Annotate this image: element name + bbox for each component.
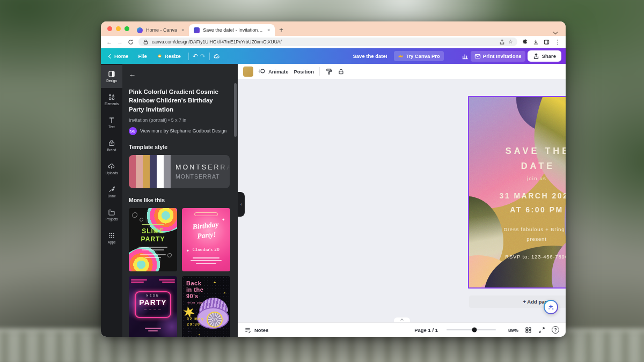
share-button[interactable]: Share [528, 50, 561, 62]
template-thumb-back-in-the-90s[interactable]: Back in the 90's retro party 02 May 20:3… [182, 276, 230, 337]
crown-icon [398, 53, 404, 59]
notes-icon [244, 327, 251, 334]
template-thumb-neon-party[interactable]: NEON PARTY — — — — [129, 276, 177, 337]
macos-traffic-lights [107, 26, 129, 31]
rail-item-uploads[interactable]: Uploads [101, 157, 122, 180]
tab-close-icon[interactable]: × [181, 27, 184, 33]
canva-assistant-button[interactable] [544, 300, 558, 314]
tab-home-canva[interactable]: Home - Canva × [132, 24, 189, 36]
grid-view-icon[interactable] [525, 327, 532, 334]
home-button[interactable]: Home [105, 51, 132, 61]
position-button[interactable]: Position [294, 69, 313, 75]
thumb-title-line: Back [186, 280, 203, 286]
canvas-column: Animate Position [238, 64, 566, 337]
notes-button[interactable]: Notes [244, 327, 268, 334]
design-panel: ← Pink Colorful Gradient Cosmic Rainbow … [122, 64, 238, 337]
rail-item-elements[interactable]: Elements [101, 88, 122, 111]
zoom-slider-handle[interactable] [472, 328, 477, 333]
tab-save-the-date[interactable]: Save the date! - Invitation (por × [189, 24, 275, 36]
fullscreen-icon[interactable] [538, 327, 545, 334]
invitation-note[interactable]: Dress fabulous + Bring a present [469, 225, 566, 244]
template-thumb-birthday-party[interactable]: Birthday Party! Claudia's 20 ✦ ✦ [182, 208, 230, 271]
rail-item-draw[interactable]: Draw [101, 180, 122, 203]
star-icon: ✦ [198, 333, 200, 336]
design-page[interactable]: SAVE THE DATE join us 31 MARCH 2025 AT 6… [469, 97, 566, 287]
doodle [167, 253, 172, 257]
author-link[interactable]: View more by Stephanie Godbout Design [140, 128, 226, 134]
download-icon[interactable] [533, 39, 539, 45]
bookmark-star-icon[interactable]: ☆ [508, 39, 513, 45]
template-style-card[interactable]: MONTSERRAT MONTSERRAT [129, 155, 230, 188]
palette-stripes [129, 155, 171, 188]
lock-icon[interactable] [338, 68, 345, 75]
rail-item-projects[interactable]: Projects [101, 203, 122, 226]
page-indicator: Page 1 / 1 [414, 327, 438, 333]
invitation-datetime[interactable]: 31 MARCH 2025 AT 6:00 PM [469, 189, 566, 217]
author-avatar[interactable]: SG [129, 127, 137, 135]
rail-item-apps[interactable]: Apps [101, 226, 122, 249]
browser-menu-kebab-icon[interactable]: ⋮ [554, 39, 560, 45]
micro-text [145, 257, 161, 258]
resize-button[interactable]: Resize [153, 51, 185, 61]
redo-icon[interactable]: ↷ [200, 53, 206, 60]
tab-search-chevron-icon[interactable] [554, 26, 558, 31]
copy-style-roller-icon[interactable] [325, 68, 332, 75]
rail-item-text[interactable]: Text [101, 111, 122, 134]
try-canva-pro-button[interactable]: Try Canva Pro [394, 51, 444, 61]
template-thumb-slime-party[interactable]: SLIME PARTY [129, 208, 177, 271]
panel-back-button[interactable]: ← [129, 70, 136, 78]
sparkle-icon: ✦ [186, 249, 189, 253]
file-menu-button[interactable]: File [134, 51, 150, 61]
invitation-subheading[interactable]: join us [469, 175, 566, 181]
share-page-icon[interactable] [499, 39, 505, 45]
micro-text [148, 330, 158, 331]
zoom-window-button[interactable] [125, 26, 129, 31]
print-invitations-button[interactable]: Print Invitations [471, 51, 525, 62]
side-panel-icon[interactable] [544, 39, 550, 45]
thumb-title-line: in the [186, 286, 203, 293]
sparkle-icon [547, 304, 554, 311]
insights-chart-icon[interactable] [462, 53, 469, 60]
extensions-puzzle-icon[interactable] [522, 39, 528, 45]
minimize-window-button[interactable] [116, 26, 121, 31]
design-icon [108, 70, 115, 78]
thumb-title-line: 90's [186, 293, 203, 299]
undo-icon[interactable]: ↶ [193, 53, 198, 60]
browser-back-button[interactable]: ← [106, 39, 112, 45]
thumb-title-line: PARTY [129, 235, 177, 243]
banner-pill [194, 212, 218, 216]
tab-close-icon[interactable]: × [267, 27, 270, 33]
app-rail: Design Elements Text Brand Uploads [101, 64, 122, 337]
crown-icon [157, 53, 163, 59]
invitation-heading[interactable]: SAVE THE DATE [469, 143, 566, 173]
template-byline[interactable]: SG View more by Stephanie Godbout Design [129, 127, 231, 135]
rail-item-design[interactable]: Design [101, 65, 122, 88]
export-share-icon [533, 53, 539, 60]
micro-text [191, 260, 222, 261]
zoom-percentage[interactable]: 89% [504, 327, 518, 333]
font-preview: MONTSERRAT MONTSERRAT [171, 155, 230, 188]
brand-kit-icon [108, 139, 115, 147]
close-window-button[interactable] [107, 26, 112, 31]
workspace[interactable]: SAVE THE DATE join us 31 MARCH 2025 AT 6… [238, 79, 566, 322]
help-button[interactable]: ? [552, 326, 559, 334]
browser-action-icons: ⋮ [522, 39, 560, 45]
apps-grid-icon [108, 232, 115, 239]
sparkle-icon: ✦ [222, 218, 225, 222]
zoom-slider[interactable] [447, 329, 496, 330]
browser-forward-button[interactable]: → [117, 39, 123, 45]
animate-button[interactable]: Animate [259, 68, 288, 75]
reload-icon[interactable] [128, 39, 134, 45]
stripe-decor [131, 282, 144, 283]
invitation-date: 31 MARCH 2025 [469, 189, 566, 203]
new-tab-button[interactable]: + [279, 26, 283, 34]
rail-item-brand[interactable]: Brand [101, 134, 122, 157]
document-title[interactable]: Save the date! [353, 53, 387, 59]
invitation-rsvp[interactable]: RSVP to: 123-456-7890 [469, 254, 566, 260]
panel-collapse-handle[interactable]: ‹ [238, 192, 245, 217]
micro-text [196, 263, 216, 264]
collapse-statusbar-tab[interactable] [394, 317, 410, 322]
panel-scrollbar[interactable] [234, 83, 237, 137]
address-field[interactable]: canva.com/design/DAFty1UIHGk/f47mE1PxYrb… [138, 38, 517, 46]
fill-color-swatch[interactable] [243, 67, 253, 77]
